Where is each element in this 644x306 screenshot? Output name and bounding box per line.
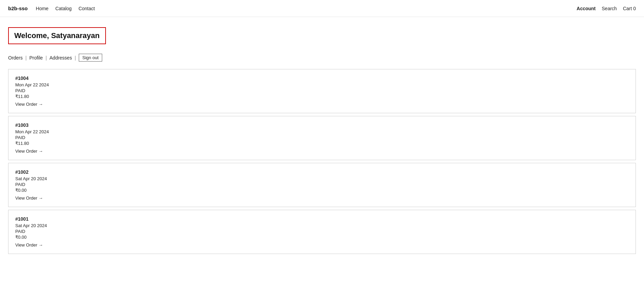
- order-amount: ₹11.80: [15, 94, 629, 99]
- nav-contact-link[interactable]: Contact: [78, 6, 95, 11]
- account-nav: Orders | Profile | Addresses | Sign out: [8, 54, 636, 62]
- order-date: Sat Apr 20 2024: [15, 223, 629, 228]
- view-order-link[interactable]: View Order →: [15, 149, 43, 154]
- order-number: #1002: [15, 169, 629, 175]
- orders-nav-link[interactable]: Orders: [8, 55, 23, 61]
- cart-link[interactable]: Cart 0: [623, 6, 636, 11]
- order-card-1003: #1003 Mon Apr 22 2024 PAID ₹11.80 View O…: [8, 116, 636, 160]
- site-header: b2b-sso Home Catalog Contact Account Sea…: [0, 0, 644, 17]
- nav-right: Account Search Cart 0: [577, 6, 636, 11]
- addresses-nav-link[interactable]: Addresses: [50, 55, 72, 61]
- profile-nav-link[interactable]: Profile: [29, 55, 43, 61]
- separator-3: |: [75, 55, 76, 61]
- order-status: PAID: [15, 229, 629, 234]
- order-date: Mon Apr 22 2024: [15, 129, 629, 134]
- main-nav: Home Catalog Contact: [36, 6, 95, 11]
- order-number: #1003: [15, 122, 629, 128]
- order-number: #1004: [15, 75, 629, 81]
- welcome-heading: Welcome, Satyanarayan: [14, 31, 100, 40]
- order-date: Sat Apr 20 2024: [15, 176, 629, 181]
- order-card-1004: #1004 Mon Apr 22 2024 PAID ₹11.80 View O…: [8, 69, 636, 113]
- view-order-link[interactable]: View Order →: [15, 242, 43, 248]
- orders-list: #1004 Mon Apr 22 2024 PAID ₹11.80 View O…: [8, 69, 636, 254]
- welcome-box: Welcome, Satyanarayan: [8, 27, 106, 44]
- order-date: Mon Apr 22 2024: [15, 82, 629, 87]
- order-amount: ₹11.80: [15, 141, 629, 146]
- order-status: PAID: [15, 182, 629, 187]
- view-order-link[interactable]: View Order →: [15, 102, 43, 107]
- order-status: PAID: [15, 135, 629, 140]
- nav-catalog-link[interactable]: Catalog: [55, 6, 72, 11]
- separator-2: |: [45, 55, 47, 61]
- account-link[interactable]: Account: [577, 6, 596, 11]
- order-status: PAID: [15, 88, 629, 93]
- brand-logo[interactable]: b2b-sso: [8, 5, 28, 11]
- order-amount: ₹0.00: [15, 188, 629, 193]
- order-amount: ₹0.00: [15, 235, 629, 240]
- search-link[interactable]: Search: [602, 6, 617, 11]
- order-card-1002: #1002 Sat Apr 20 2024 PAID ₹0.00 View Or…: [8, 163, 636, 207]
- view-order-link[interactable]: View Order →: [15, 196, 43, 201]
- nav-left: b2b-sso Home Catalog Contact: [8, 5, 95, 11]
- signout-button[interactable]: Sign out: [79, 54, 103, 62]
- order-number: #1001: [15, 216, 629, 222]
- nav-home-link[interactable]: Home: [36, 6, 49, 11]
- order-card-1001: #1001 Sat Apr 20 2024 PAID ₹0.00 View Or…: [8, 210, 636, 254]
- separator-1: |: [25, 55, 27, 61]
- main-content: Welcome, Satyanarayan Orders | Profile |…: [0, 17, 644, 268]
